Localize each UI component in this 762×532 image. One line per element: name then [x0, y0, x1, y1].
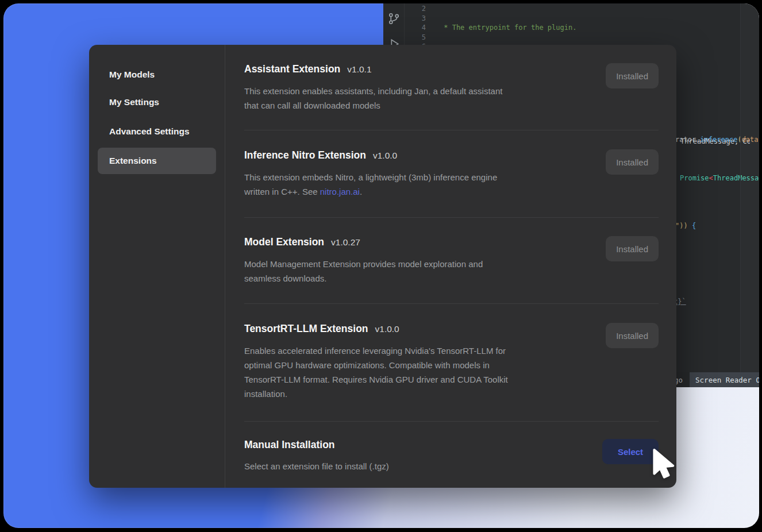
extension-row-tensorrt: TensortRT-LLM Extensionv1.0.0 Enables ac… [244, 322, 659, 401]
extension-name: Model Extension [244, 236, 324, 248]
app-canvas: 2 3 4 5 6 * The entrypoint for the plugi… [3, 3, 759, 528]
mouse-cursor-icon [648, 447, 678, 483]
extension-row-assistant: Assistant Extensionv1.0.1 This extension… [244, 62, 659, 113]
installed-button[interactable]: Installed [606, 63, 659, 88]
screen-reader-status-tab[interactable]: Screen Reader Optimiz [690, 372, 759, 387]
row-divider [244, 130, 659, 130]
extension-version: v1.0.27 [331, 237, 360, 247]
extension-version: v1.0.1 [347, 64, 371, 74]
sidebar-item-advanced-settings[interactable]: Advanced Settings [98, 118, 216, 145]
extension-description: This extension enables assistants, inclu… [244, 84, 659, 113]
settings-sidebar: My Models My Settings Advanced Settings … [89, 45, 225, 488]
sidebar-item-my-models[interactable]: My Models [98, 61, 216, 88]
manual-installation-row: Manual Installation Select an extension … [244, 438, 659, 473]
settings-modal: My Models My Settings Advanced Settings … [89, 45, 676, 488]
extension-version: v1.0.0 [375, 324, 399, 334]
row-divider [244, 421, 659, 422]
minimap-scrollbar[interactable] [740, 3, 759, 372]
installed-button[interactable]: Installed [606, 236, 659, 261]
extension-title: Inference Nitro Extensionv1.0.0 [244, 148, 659, 163]
extension-version: v1.0.0 [373, 151, 397, 160]
extensions-list: Assistant Extensionv1.0.1 This extension… [244, 45, 659, 488]
code-line: * The entrypoint for the plugin. [440, 23, 750, 33]
extension-title: Assistant Extensionv1.0.1 [244, 62, 659, 76]
extension-name: Assistant Extension [244, 63, 340, 75]
code-fragment: ")) { [675, 221, 696, 230]
source-control-icon[interactable] [387, 11, 401, 26]
installed-button[interactable]: Installed [606, 323, 659, 348]
row-divider [244, 217, 659, 218]
extension-name: TensortRT-LLM Extension [244, 323, 368, 334]
extension-name: Inference Nitro Extension [244, 149, 366, 161]
manual-installation-title: Manual Installation [244, 438, 659, 452]
nitro-jan-ai-link[interactable]: nitro.jan.ai [320, 187, 360, 196]
extension-row-model: Model Extensionv1.0.27 Model Management … [244, 235, 659, 286]
extension-title: Model Extensionv1.0.27 [244, 235, 659, 249]
extension-description: This extension embeds Nitro, a lightweig… [244, 170, 659, 199]
row-divider [244, 303, 659, 304]
extension-description: Model Management Extension provides mode… [244, 257, 659, 286]
extension-row-nitro: Inference Nitro Extensionv1.0.0 This ext… [244, 148, 659, 199]
extension-description: Enables accelerated inference leveraging… [244, 344, 659, 401]
sidebar-item-my-settings[interactable]: My Settings [98, 89, 216, 115]
manual-installation-description: Select an extension file to install (.tg… [244, 459, 659, 473]
sidebar-item-extensions[interactable]: Extensions [98, 148, 216, 174]
extension-title: TensortRT-LLM Extensionv1.0.0 [244, 322, 659, 336]
installed-button[interactable]: Installed [606, 149, 659, 175]
